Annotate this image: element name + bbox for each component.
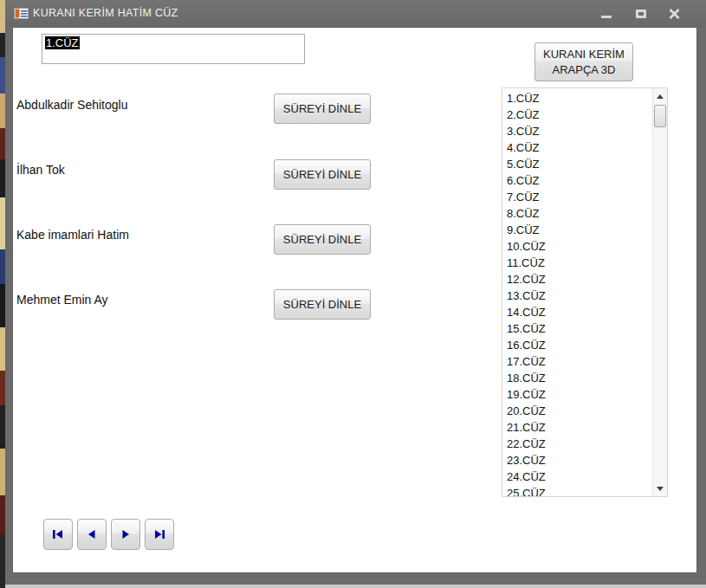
app-window: KURANI KERİM HATİM CÜZ 1.CÜZ KURANI KERİ… [5, 0, 706, 585]
previous-record-button[interactable] [77, 519, 107, 550]
cuz-input-value: 1.CÜZ [45, 36, 80, 49]
next-record-icon [119, 529, 133, 540]
minimize-icon [601, 16, 612, 18]
list-item[interactable]: 6.CÜZ [502, 172, 654, 189]
scroll-down-button[interactable] [653, 481, 667, 495]
scroll-up-icon [657, 94, 664, 99]
list-item[interactable]: 16.CÜZ [502, 337, 654, 353]
first-record-icon [51, 529, 65, 540]
list-item[interactable]: 3.CÜZ [502, 123, 654, 139]
reciter-label-kabe-imamlari-hatim: Kabe imamlari Hatim [16, 228, 129, 242]
list-item[interactable]: 15.CÜZ [502, 320, 654, 337]
listen-button-4[interactable]: SÜREYİ DİNLE [274, 289, 371, 320]
maximize-icon [636, 10, 646, 18]
listen-button-3[interactable]: SÜREYİ DİNLE [274, 224, 371, 255]
next-record-button[interactable] [111, 519, 140, 550]
reciter-label-abdulkadir-sehitoglu: Abdulkadir Sehitoglu [16, 98, 127, 112]
list-item[interactable]: 4.CÜZ [502, 139, 654, 156]
reciter-label-mehmet-emin-ay: Mehmet Emin Ay [16, 293, 108, 307]
list-item[interactable]: 9.CÜZ [502, 222, 654, 238]
arabic-3d-button[interactable]: KURANI KERİM ARAPÇA 3D [534, 42, 633, 81]
list-item[interactable]: 18.CÜZ [502, 370, 654, 386]
list-item[interactable]: 24.CÜZ [502, 468, 654, 485]
list-item[interactable]: 20.CÜZ [502, 403, 654, 419]
list-item[interactable]: 12.CÜZ [502, 271, 654, 288]
list-item[interactable]: 1.CÜZ [502, 90, 654, 107]
cuz-input[interactable]: 1.CÜZ [42, 34, 305, 64]
close-button[interactable] [664, 5, 684, 22]
screen: KURANI KERİM HATİM CÜZ 1.CÜZ KURANI KERİ… [0, 0, 706, 588]
listen-button-label: SÜREYİ DİNLE [283, 298, 361, 311]
maximize-button[interactable] [631, 5, 651, 22]
arabic-3d-line1: KURANI KERİM [543, 47, 625, 62]
close-icon [669, 9, 680, 19]
last-record-icon [152, 529, 166, 540]
list-item[interactable]: 22.CÜZ [502, 436, 654, 452]
list-item[interactable]: 8.CÜZ [502, 205, 654, 222]
list-item[interactable]: 17.CÜZ [502, 353, 654, 370]
list-item[interactable]: 14.CÜZ [502, 304, 654, 320]
list-item[interactable]: 7.CÜZ [502, 189, 654, 205]
minimize-button[interactable] [596, 5, 617, 22]
listen-button-2[interactable]: SÜREYİ DİNLE [274, 159, 371, 190]
listen-button-label: SÜREYİ DİNLE [283, 102, 361, 115]
listen-button-label: SÜREYİ DİNLE [283, 168, 361, 181]
scroll-up-button[interactable] [653, 89, 667, 103]
list-item[interactable]: 23.CÜZ [502, 452, 654, 468]
list-item[interactable]: 19.CÜZ [502, 386, 654, 403]
list-item[interactable]: 10.CÜZ [502, 238, 654, 255]
list-item[interactable]: 11.CÜZ [502, 255, 654, 271]
list-item[interactable]: 2.CÜZ [502, 107, 654, 123]
last-record-button[interactable] [145, 519, 174, 550]
reciter-label-ilhan-tok: İlhan Tok [16, 163, 65, 177]
cuz-listbox-items: 1.CÜZ2.CÜZ3.CÜZ4.CÜZ5.CÜZ6.CÜZ7.CÜZ8.CÜZ… [502, 88, 654, 496]
scroll-down-icon [657, 487, 664, 491]
form-body: 1.CÜZ KURANI KERİM ARAPÇA 3D Abdulkadir … [12, 27, 697, 573]
list-item[interactable]: 21.CÜZ [502, 419, 654, 436]
list-item[interactable]: 13.CÜZ [502, 288, 654, 304]
access-form-icon[interactable] [14, 8, 29, 19]
list-item[interactable]: 25.CÜZ [502, 485, 654, 496]
listen-button-1[interactable]: SÜREYİ DİNLE [274, 94, 371, 124]
listen-button-label: SÜREYİ DİNLE [283, 233, 361, 246]
scrollbar-thumb[interactable] [654, 105, 666, 127]
titlebar[interactable]: KURANI KERİM HATİM CÜZ [5, 0, 706, 27]
previous-record-icon [85, 529, 99, 540]
listbox-scrollbar[interactable] [652, 88, 667, 496]
list-item[interactable]: 5.CÜZ [502, 156, 654, 172]
window-title: KURANI KERİM HATİM CÜZ [33, 0, 178, 27]
cuz-listbox: 1.CÜZ2.CÜZ3.CÜZ4.CÜZ5.CÜZ6.CÜZ7.CÜZ8.CÜZ… [502, 87, 668, 497]
arabic-3d-line2: ARAPÇA 3D [553, 62, 616, 78]
first-record-button[interactable] [43, 519, 73, 550]
